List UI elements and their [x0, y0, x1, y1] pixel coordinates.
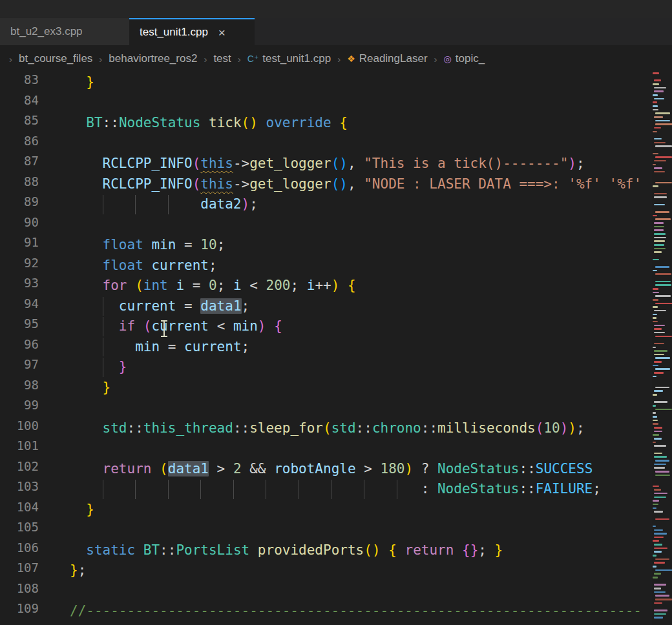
- minimap-line: [653, 72, 659, 74]
- line-number[interactable]: 102: [0, 459, 70, 480]
- line-number[interactable]: 89: [0, 194, 70, 215]
- code-token: [339, 278, 348, 293]
- line-number[interactable]: 101: [0, 438, 70, 459]
- line-number[interactable]: 86: [0, 134, 70, 154]
- code-line[interactable]: float min = 10;: [70, 235, 651, 256]
- code-token: current: [119, 298, 176, 314]
- code-line[interactable]: return (data1 > 2 && robotAngle > 180) ?…: [70, 459, 651, 480]
- line-number[interactable]: 100: [0, 418, 70, 439]
- code-line[interactable]: RCLCPP_INFO(this->get_logger(), "NODE : …: [70, 174, 651, 195]
- minimap-line: [655, 284, 671, 286]
- code-token: [249, 542, 258, 558]
- code-line[interactable]: BT::NodeStatus tick() override {: [70, 113, 651, 134]
- line-number[interactable]: 105: [0, 520, 70, 540]
- code-line[interactable]: [70, 398, 651, 418]
- code-line[interactable]: if (current < min) {: [70, 316, 651, 337]
- line-number[interactable]: 103: [0, 479, 70, 500]
- minimap-line: [654, 138, 662, 140]
- close-icon[interactable]: ×: [218, 26, 226, 39]
- breadcrumb-label: topic_: [456, 52, 485, 65]
- code-line[interactable]: [70, 520, 651, 540]
- code-line[interactable]: [70, 581, 651, 602]
- code-line[interactable]: [70, 134, 651, 154]
- breadcrumb-item[interactable]: bt_course_files: [19, 52, 92, 65]
- minimap-line: [653, 270, 657, 272]
- code-line[interactable]: float current;: [70, 256, 651, 276]
- line-number[interactable]: 97: [0, 357, 70, 378]
- code-line[interactable]: current = data1;: [70, 296, 651, 317]
- minimap-line: [653, 153, 658, 155]
- code-token: current: [184, 339, 242, 354]
- line-number[interactable]: 99: [0, 398, 70, 418]
- code-line[interactable]: [70, 93, 651, 114]
- line-number[interactable]: 84: [0, 93, 70, 114]
- line-number[interactable]: 85: [0, 113, 70, 134]
- code-token: [331, 115, 340, 130]
- code-line[interactable]: //--------------------------------------…: [70, 601, 651, 622]
- code-line[interactable]: std::this_thread::sleep_for(std::chrono:…: [70, 418, 651, 439]
- code-line[interactable]: }: [70, 378, 651, 398]
- line-number-gutter: 8384858687888990919293949596979899100101…: [0, 72, 70, 625]
- line-number[interactable]: 98: [0, 378, 70, 398]
- breadcrumb-item[interactable]: C⁺test_unit1.cpp: [247, 52, 331, 65]
- line-number[interactable]: 95: [0, 316, 70, 337]
- code-token: ): [568, 156, 576, 171]
- minimap-line: [654, 453, 662, 455]
- minimap-line: [654, 237, 666, 239]
- code-line[interactable]: : NodeStatus::FAILURE;: [70, 479, 651, 500]
- editor: 8384858687888990919293949596979899100101…: [0, 72, 672, 625]
- minimap-line: [654, 116, 663, 118]
- code-token: 180: [381, 461, 405, 476]
- code-line[interactable]: min = current;: [70, 337, 651, 358]
- line-number[interactable]: 108: [0, 581, 70, 602]
- code-token: ;: [209, 258, 217, 273]
- breadcrumb-separator: ›: [204, 54, 207, 65]
- code-token: NodeStatus: [437, 481, 519, 497]
- line-number[interactable]: 93: [0, 276, 70, 296]
- code-line[interactable]: }: [70, 357, 651, 378]
- line-number[interactable]: 107: [0, 560, 70, 581]
- code-token: [266, 318, 275, 334]
- line-number[interactable]: 109: [0, 601, 70, 622]
- code-token: (: [193, 176, 201, 192]
- minimap-line: [655, 123, 672, 125]
- code-token: }: [495, 542, 503, 558]
- code-line[interactable]: }: [70, 72, 651, 93]
- minimap-line: [653, 405, 656, 407]
- line-number[interactable]: 91: [0, 235, 70, 256]
- minimap-line: [654, 445, 666, 447]
- tab-test-unit1[interactable]: test_unit1.cpp ×: [129, 18, 255, 45]
- line-number[interactable]: 88: [0, 174, 70, 195]
- indent-guide: [266, 480, 266, 499]
- tab-label: bt_u2_ex3.cpp: [10, 25, 83, 38]
- code-token: 10: [200, 237, 216, 252]
- code-line[interactable]: }: [70, 500, 651, 520]
- line-number[interactable]: 104: [0, 500, 70, 520]
- breadcrumb-item[interactable]: ❖ReadingLaser: [347, 52, 427, 65]
- line-number[interactable]: 96: [0, 337, 70, 358]
- line-number[interactable]: 87: [0, 154, 70, 174]
- breadcrumb-item[interactable]: ◎topic_: [444, 52, 485, 65]
- line-number[interactable]: 83: [0, 72, 70, 93]
- code-line[interactable]: data2);: [70, 194, 651, 215]
- breadcrumb-item[interactable]: behaviortree_ros2: [109, 52, 197, 65]
- minimap-line: [655, 595, 669, 597]
- code-token: (: [143, 318, 152, 334]
- line-number[interactable]: 92: [0, 256, 70, 276]
- code-token: [70, 278, 103, 293]
- code-area[interactable]: } BT::NodeStatus tick() override { RCLCP…: [70, 72, 651, 625]
- line-number[interactable]: 94: [0, 296, 70, 317]
- code-line[interactable]: RCLCPP_INFO(this->get_logger(), "This is…: [70, 154, 651, 174]
- line-number[interactable]: 90: [0, 215, 70, 236]
- tab-bt-u2-ex3[interactable]: bt_u2_ex3.cpp: [0, 18, 129, 45]
- minimap[interactable]: [651, 72, 672, 625]
- code-line[interactable]: };: [70, 560, 651, 581]
- code-line[interactable]: for (int i = 0; i < 200; i++) {: [70, 276, 651, 296]
- code-line[interactable]: static BT::PortsList providedPorts() { r…: [70, 540, 651, 561]
- indent-guide: [135, 195, 136, 214]
- code-token: for: [103, 278, 127, 293]
- breadcrumb-item[interactable]: test: [213, 52, 231, 65]
- code-line[interactable]: [70, 215, 651, 236]
- line-number[interactable]: 106: [0, 540, 70, 561]
- code-line[interactable]: [70, 438, 651, 459]
